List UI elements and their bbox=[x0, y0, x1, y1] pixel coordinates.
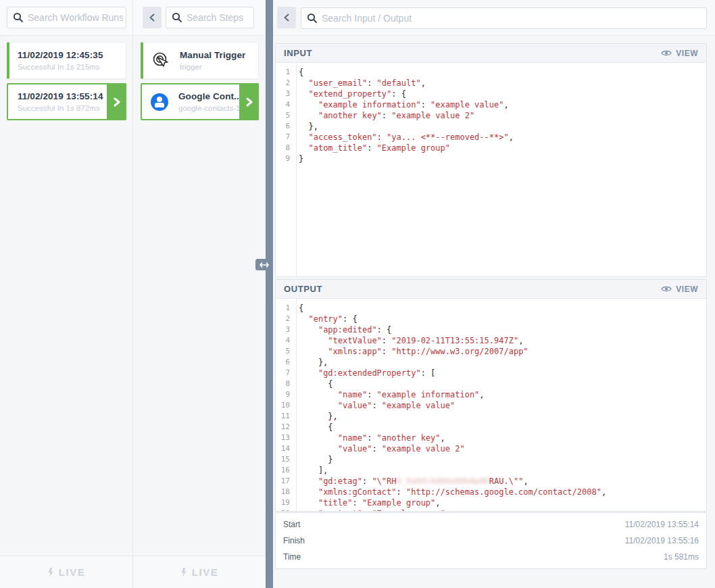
step-item-google-contacts-selected[interactable]: Google Cont... google-contacts-1 bbox=[141, 83, 259, 120]
live-bolt-icon bbox=[47, 568, 54, 577]
view-label: VIEW bbox=[676, 49, 698, 58]
search-input-output-input[interactable] bbox=[322, 8, 704, 28]
chevron-right-icon bbox=[113, 97, 121, 107]
input-panel-title: INPUT bbox=[284, 48, 312, 58]
io-search-row bbox=[273, 0, 715, 36]
live-label: LIVE bbox=[59, 566, 85, 578]
workflow-run-item-selected[interactable]: 11/02/2019 13:55:14 Successful In 1s 872… bbox=[7, 83, 126, 120]
steps-column: Manual Trigger trigger Google Cont... go… bbox=[133, 0, 266, 588]
stat-row-time: Time 1s 581ms bbox=[276, 549, 706, 565]
steps-back-button[interactable] bbox=[143, 7, 162, 28]
execution-stats-card: Start 11/02/2019 13:55:14 Finish 11/02/2… bbox=[275, 512, 707, 569]
workflow-run-item[interactable]: 11/02/2019 12:45:35 Successful In 1s 215… bbox=[7, 42, 126, 79]
input-panel: INPUT VIEW 1{2 "user_email": "default",3… bbox=[275, 43, 707, 277]
view-label: VIEW bbox=[676, 285, 698, 294]
workflow-runs-column: 11/02/2019 12:45:35 Successful In 1s 215… bbox=[0, 0, 133, 588]
runs-search-box bbox=[7, 7, 126, 28]
steps-search-row bbox=[133, 0, 266, 36]
stat-value: 1s 581ms bbox=[664, 552, 699, 562]
pane-resize-handle[interactable] bbox=[255, 259, 273, 270]
search-steps-input[interactable] bbox=[187, 7, 251, 28]
stat-label: Start bbox=[283, 520, 300, 529]
manual-trigger-icon bbox=[151, 51, 170, 70]
search-icon bbox=[172, 12, 182, 23]
step-title: Manual Trigger bbox=[180, 50, 258, 60]
output-view-button[interactable]: VIEW bbox=[661, 285, 698, 294]
output-panel-title: OUTPUT bbox=[284, 284, 322, 294]
step-item-manual-trigger[interactable]: Manual Trigger trigger bbox=[141, 42, 259, 79]
input-view-button[interactable]: VIEW bbox=[661, 49, 698, 58]
io-back-button[interactable] bbox=[277, 7, 296, 28]
runs-search-row bbox=[0, 0, 132, 36]
output-code-editor[interactable]: 1{2 "entry": {3 "app:edited": {4 "textVa… bbox=[276, 299, 706, 511]
chevron-left-icon bbox=[283, 14, 290, 22]
input-panel-header: INPUT VIEW bbox=[276, 44, 706, 63]
chevron-right-icon bbox=[245, 97, 253, 107]
stat-label: Finish bbox=[283, 536, 305, 545]
eye-icon bbox=[661, 49, 672, 57]
run-open-arrow-button[interactable] bbox=[107, 83, 126, 120]
search-workflow-runs-input[interactable] bbox=[28, 7, 123, 28]
run-status: Successful In 1s 215ms bbox=[18, 63, 126, 71]
stat-label: Time bbox=[283, 552, 301, 562]
pane-divider bbox=[266, 0, 273, 588]
output-panel-header: OUTPUT VIEW bbox=[276, 280, 706, 299]
run-timestamp: 11/02/2019 12:45:35 bbox=[18, 50, 126, 60]
eye-icon bbox=[661, 285, 672, 293]
step-open-arrow-button[interactable] bbox=[239, 83, 259, 120]
io-pane: INPUT VIEW 1{2 "user_email": "default",3… bbox=[273, 0, 715, 588]
chevron-left-icon bbox=[149, 14, 155, 22]
io-search-box bbox=[301, 7, 707, 29]
workflow-debugger-window: 11/02/2019 12:45:35 Successful In 1s 215… bbox=[0, 0, 715, 588]
live-label: LIVE bbox=[192, 566, 218, 578]
horizontal-resize-icon bbox=[260, 262, 269, 268]
google-contacts-icon bbox=[150, 93, 169, 112]
stat-row-start: Start 11/02/2019 13:55:14 bbox=[276, 516, 706, 533]
steps-live-toggle[interactable]: LIVE bbox=[133, 556, 266, 588]
input-code-editor[interactable]: 1{2 "user_email": "default",3 "extend_pr… bbox=[276, 63, 706, 276]
search-icon bbox=[13, 12, 24, 23]
step-id: trigger bbox=[180, 63, 258, 71]
stat-value: 11/02/2019 13:55:16 bbox=[625, 536, 699, 545]
stat-row-finish: Finish 11/02/2019 13:55:16 bbox=[276, 533, 706, 549]
output-panel: OUTPUT VIEW 1{2 "entry": {3 "app:edited"… bbox=[275, 279, 707, 512]
stat-value: 11/02/2019 13:55:14 bbox=[625, 520, 699, 529]
search-icon bbox=[307, 13, 318, 24]
runs-live-toggle[interactable]: LIVE bbox=[0, 556, 132, 588]
steps-search-box bbox=[166, 7, 254, 28]
live-bolt-icon bbox=[180, 568, 187, 577]
